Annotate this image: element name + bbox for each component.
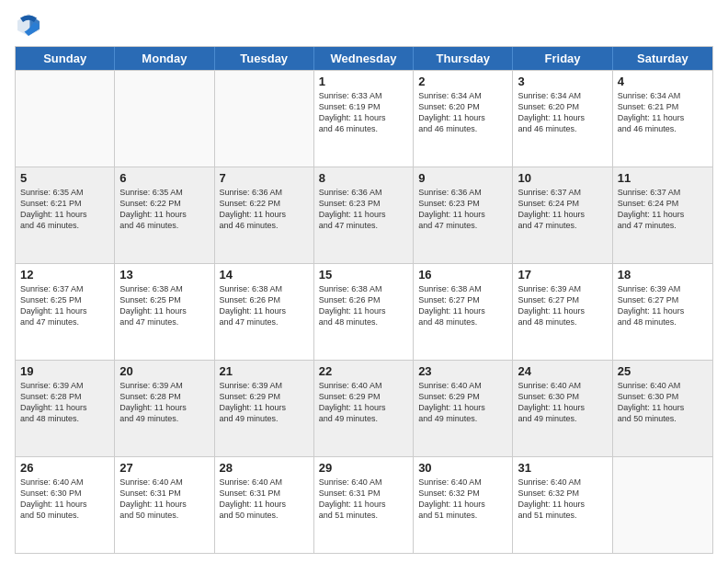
calendar-cell: 19Sunrise: 6:39 AM Sunset: 6:28 PM Dayli… <box>16 361 115 456</box>
calendar-cell: 16Sunrise: 6:38 AM Sunset: 6:27 PM Dayli… <box>414 264 513 360</box>
day-info: Sunrise: 6:35 AM Sunset: 6:22 PM Dayligh… <box>119 187 209 232</box>
day-info: Sunrise: 6:40 AM Sunset: 6:30 PM Dayligh… <box>20 477 109 522</box>
day-info: Sunrise: 6:36 AM Sunset: 6:23 PM Dayligh… <box>418 187 507 232</box>
calendar-cell: 21Sunrise: 6:39 AM Sunset: 6:29 PM Dayli… <box>215 361 314 456</box>
day-info: Sunrise: 6:39 AM Sunset: 6:29 PM Dayligh… <box>220 380 309 425</box>
calendar-row-5: 26Sunrise: 6:40 AM Sunset: 6:30 PM Dayli… <box>16 456 712 553</box>
day-number: 28 <box>220 461 309 475</box>
day-number: 2 <box>418 75 507 88</box>
calendar-cell: 29Sunrise: 6:40 AM Sunset: 6:31 PM Dayli… <box>314 457 414 553</box>
day-info: Sunrise: 6:39 AM Sunset: 6:28 PM Dayligh… <box>20 380 109 425</box>
calendar-cell <box>16 71 115 167</box>
page: SundayMondayTuesdayWednesdayThursdayFrid… <box>0 0 728 563</box>
calendar-cell: 4Sunrise: 6:34 AM Sunset: 6:21 PM Daylig… <box>613 71 712 167</box>
day-info: Sunrise: 6:38 AM Sunset: 6:25 PM Dayligh… <box>119 283 209 328</box>
calendar-row-4: 19Sunrise: 6:39 AM Sunset: 6:28 PM Dayli… <box>16 360 712 456</box>
calendar-row-2: 5Sunrise: 6:35 AM Sunset: 6:21 PM Daylig… <box>16 167 712 263</box>
day-number: 30 <box>418 461 507 475</box>
day-info: Sunrise: 6:37 AM Sunset: 6:24 PM Dayligh… <box>618 187 708 232</box>
calendar-cell <box>215 71 314 167</box>
calendar-cell: 17Sunrise: 6:39 AM Sunset: 6:27 PM Dayli… <box>513 264 612 360</box>
day-info: Sunrise: 6:36 AM Sunset: 6:23 PM Dayligh… <box>319 187 408 232</box>
day-number: 23 <box>418 364 507 378</box>
weekday-header-thursday: Thursday <box>414 47 513 70</box>
calendar-cell: 1Sunrise: 6:33 AM Sunset: 6:19 PM Daylig… <box>314 71 414 167</box>
day-info: Sunrise: 6:34 AM Sunset: 6:20 PM Dayligh… <box>518 90 607 135</box>
calendar-cell: 6Sunrise: 6:35 AM Sunset: 6:22 PM Daylig… <box>115 167 214 263</box>
day-number: 12 <box>20 268 109 282</box>
day-number: 9 <box>418 171 507 185</box>
day-number: 3 <box>518 75 607 88</box>
day-number: 27 <box>119 461 209 475</box>
day-number: 16 <box>418 268 507 282</box>
day-number: 24 <box>518 364 607 378</box>
day-info: Sunrise: 6:38 AM Sunset: 6:26 PM Dayligh… <box>319 283 408 328</box>
calendar-cell: 5Sunrise: 6:35 AM Sunset: 6:21 PM Daylig… <box>16 167 115 263</box>
calendar-cell: 18Sunrise: 6:39 AM Sunset: 6:27 PM Dayli… <box>613 264 712 360</box>
day-number: 17 <box>518 268 607 282</box>
calendar-cell: 3Sunrise: 6:34 AM Sunset: 6:20 PM Daylig… <box>513 71 612 167</box>
calendar: SundayMondayTuesdayWednesdayThursdayFrid… <box>15 46 713 554</box>
calendar-row-3: 12Sunrise: 6:37 AM Sunset: 6:25 PM Dayli… <box>16 263 712 360</box>
weekday-header-sunday: Sunday <box>16 47 115 70</box>
day-info: Sunrise: 6:40 AM Sunset: 6:31 PM Dayligh… <box>220 477 309 522</box>
day-number: 31 <box>518 461 607 475</box>
calendar-cell: 27Sunrise: 6:40 AM Sunset: 6:31 PM Dayli… <box>115 457 214 553</box>
calendar-cell: 15Sunrise: 6:38 AM Sunset: 6:26 PM Dayli… <box>314 264 414 360</box>
day-number: 20 <box>119 364 209 378</box>
day-info: Sunrise: 6:40 AM Sunset: 6:30 PM Dayligh… <box>518 380 607 425</box>
day-number: 5 <box>20 171 109 185</box>
day-info: Sunrise: 6:39 AM Sunset: 6:27 PM Dayligh… <box>618 283 708 328</box>
calendar-row-1: 1Sunrise: 6:33 AM Sunset: 6:19 PM Daylig… <box>16 70 712 167</box>
day-info: Sunrise: 6:39 AM Sunset: 6:27 PM Dayligh… <box>518 283 607 328</box>
day-info: Sunrise: 6:38 AM Sunset: 6:27 PM Dayligh… <box>418 283 507 328</box>
day-number: 10 <box>518 171 607 185</box>
day-number: 21 <box>220 364 309 378</box>
calendar-cell: 7Sunrise: 6:36 AM Sunset: 6:22 PM Daylig… <box>215 167 314 263</box>
weekday-header-tuesday: Tuesday <box>215 47 314 70</box>
day-number: 6 <box>119 171 209 185</box>
day-info: Sunrise: 6:36 AM Sunset: 6:22 PM Dayligh… <box>220 187 309 232</box>
day-number: 11 <box>618 171 708 185</box>
day-info: Sunrise: 6:39 AM Sunset: 6:28 PM Dayligh… <box>119 380 209 425</box>
day-number: 18 <box>618 268 708 282</box>
weekday-header-saturday: Saturday <box>613 47 712 70</box>
calendar-cell <box>115 71 214 167</box>
day-info: Sunrise: 6:40 AM Sunset: 6:32 PM Dayligh… <box>418 477 507 522</box>
day-info: Sunrise: 6:40 AM Sunset: 6:32 PM Dayligh… <box>518 477 607 522</box>
day-number: 25 <box>618 364 708 378</box>
day-info: Sunrise: 6:40 AM Sunset: 6:29 PM Dayligh… <box>418 380 507 425</box>
calendar-cell: 24Sunrise: 6:40 AM Sunset: 6:30 PM Dayli… <box>513 361 612 456</box>
day-number: 19 <box>20 364 109 378</box>
calendar-cell: 23Sunrise: 6:40 AM Sunset: 6:29 PM Dayli… <box>414 361 513 456</box>
day-info: Sunrise: 6:40 AM Sunset: 6:31 PM Dayligh… <box>119 477 209 522</box>
day-number: 13 <box>119 268 209 282</box>
calendar-cell: 22Sunrise: 6:40 AM Sunset: 6:29 PM Dayli… <box>314 361 414 456</box>
calendar-cell: 20Sunrise: 6:39 AM Sunset: 6:28 PM Dayli… <box>115 361 214 456</box>
day-info: Sunrise: 6:37 AM Sunset: 6:25 PM Dayligh… <box>20 283 109 328</box>
logo-icon <box>15 11 42 39</box>
day-number: 1 <box>319 75 408 88</box>
calendar-cell: 30Sunrise: 6:40 AM Sunset: 6:32 PM Dayli… <box>414 457 513 553</box>
calendar-cell: 14Sunrise: 6:38 AM Sunset: 6:26 PM Dayli… <box>215 264 314 360</box>
day-info: Sunrise: 6:33 AM Sunset: 6:19 PM Dayligh… <box>319 90 408 135</box>
calendar-cell: 28Sunrise: 6:40 AM Sunset: 6:31 PM Dayli… <box>215 457 314 553</box>
day-number: 14 <box>220 268 309 282</box>
day-number: 29 <box>319 461 408 475</box>
calendar-cell: 12Sunrise: 6:37 AM Sunset: 6:25 PM Dayli… <box>16 264 115 360</box>
calendar-cell: 10Sunrise: 6:37 AM Sunset: 6:24 PM Dayli… <box>513 167 612 263</box>
day-number: 26 <box>20 461 109 475</box>
day-number: 4 <box>618 75 708 88</box>
calendar-cell: 31Sunrise: 6:40 AM Sunset: 6:32 PM Dayli… <box>513 457 612 553</box>
day-number: 8 <box>319 171 408 185</box>
calendar-cell: 25Sunrise: 6:40 AM Sunset: 6:30 PM Dayli… <box>613 361 712 456</box>
calendar-cell: 2Sunrise: 6:34 AM Sunset: 6:20 PM Daylig… <box>414 71 513 167</box>
logo <box>15 11 46 39</box>
calendar-cell <box>613 457 712 553</box>
calendar-cell: 13Sunrise: 6:38 AM Sunset: 6:25 PM Dayli… <box>115 264 214 360</box>
day-info: Sunrise: 6:40 AM Sunset: 6:29 PM Dayligh… <box>319 380 408 425</box>
day-number: 7 <box>220 171 309 185</box>
day-info: Sunrise: 6:37 AM Sunset: 6:24 PM Dayligh… <box>518 187 607 232</box>
day-info: Sunrise: 6:34 AM Sunset: 6:21 PM Dayligh… <box>618 90 708 135</box>
calendar-cell: 26Sunrise: 6:40 AM Sunset: 6:30 PM Dayli… <box>16 457 115 553</box>
